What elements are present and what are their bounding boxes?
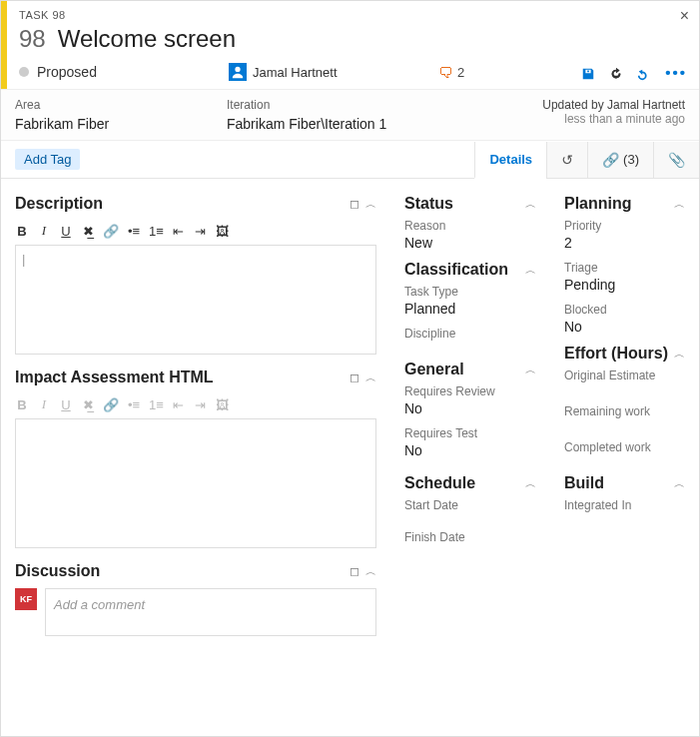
description-toolbar: B I U ✖̲ 🔗 •≡ 1≡ ⇤ ⇥ 🖼 xyxy=(15,217,376,245)
collapse-icon[interactable]: ︿ xyxy=(365,564,376,579)
comment-count: 2 xyxy=(457,65,464,80)
link-tb-icon[interactable]: 🔗 xyxy=(103,224,119,239)
history-icon: ↻ xyxy=(561,152,573,168)
attachment-icon: 📎 xyxy=(668,152,685,168)
assignee-picker[interactable]: Jamal Hartnett xyxy=(229,63,438,81)
impact-editor[interactable] xyxy=(15,418,376,548)
blocked-label: Blocked xyxy=(564,303,685,317)
planning-title: Planning xyxy=(564,195,632,213)
area-value[interactable]: Fabrikam Fiber xyxy=(15,116,227,132)
maximize-icon[interactable]: ◻ xyxy=(350,370,359,385)
tasktype-label: Task Type xyxy=(404,285,536,299)
triage-value[interactable]: Pending xyxy=(564,277,685,293)
collapse-icon[interactable]: ︿ xyxy=(525,197,536,212)
completed-label: Completed work xyxy=(564,440,685,454)
collapse-icon[interactable]: ︿ xyxy=(365,197,376,212)
priority-value[interactable]: 2 xyxy=(564,235,685,251)
schedule-title: Schedule xyxy=(404,474,475,492)
tab-history[interactable]: ↻ xyxy=(546,142,587,178)
reqtest-value[interactable]: No xyxy=(404,442,536,458)
underline-icon[interactable]: U xyxy=(59,397,73,412)
orig-estimate-label: Original Estimate xyxy=(564,368,685,382)
effort-title: Effort (Hours) xyxy=(564,345,668,363)
reqreview-value[interactable]: No xyxy=(404,400,536,416)
updated-when: less than a minute ago xyxy=(485,112,685,126)
updated-by: Updated by Jamal Hartnett xyxy=(485,98,685,112)
tab-details[interactable]: Details xyxy=(474,142,546,179)
italic-icon[interactable]: I xyxy=(37,396,51,412)
italic-icon[interactable]: I xyxy=(37,223,51,239)
iteration-label: Iteration xyxy=(227,98,485,112)
remaining-label: Remaining work xyxy=(564,404,685,418)
work-item-id: 98 xyxy=(19,25,46,53)
priority-label: Priority xyxy=(564,219,685,233)
work-item-type: TASK 98 xyxy=(19,9,687,21)
link-icon: 🔗 xyxy=(602,152,619,168)
finishdate-label: Finish Date xyxy=(404,530,536,544)
classification-title: Classification xyxy=(404,261,508,279)
discussion-title: Discussion xyxy=(15,562,100,580)
maximize-icon[interactable]: ◻ xyxy=(350,197,359,212)
close-icon[interactable]: × xyxy=(680,7,689,25)
status-title: Status xyxy=(404,195,453,213)
discipline-label: Discipline xyxy=(404,327,536,341)
avatar-icon xyxy=(229,63,247,81)
collapse-icon[interactable]: ︿ xyxy=(365,370,376,385)
iteration-value[interactable]: Fabrikam Fiber\Iteration 1 xyxy=(227,116,485,132)
refresh-icon[interactable] xyxy=(609,63,623,80)
image-icon[interactable]: 🖼 xyxy=(216,224,230,239)
collapse-icon[interactable]: ︿ xyxy=(525,476,536,491)
tab-attachments[interactable]: 📎 xyxy=(653,142,699,178)
triage-label: Triage xyxy=(564,261,685,275)
work-item-title[interactable]: Welcome screen xyxy=(58,25,236,53)
add-tag-button[interactable]: Add Tag xyxy=(15,149,80,170)
link-tb-icon[interactable]: 🔗 xyxy=(103,397,119,412)
impact-title: Impact Assessment HTML xyxy=(15,368,214,386)
collapse-icon[interactable]: ︿ xyxy=(674,347,685,362)
bullet-list-icon[interactable]: •≡ xyxy=(127,397,141,412)
assignee-name: Jamal Hartnett xyxy=(253,65,338,80)
clear-format-icon[interactable]: ✖̲ xyxy=(81,397,95,412)
image-icon[interactable]: 🖼 xyxy=(216,397,230,412)
startdate-label: Start Date xyxy=(404,498,536,512)
comments-indicator[interactable]: 🗨 2 xyxy=(438,64,488,81)
number-list-icon[interactable]: 1≡ xyxy=(149,397,164,412)
bold-icon[interactable]: B xyxy=(15,224,29,239)
undo-icon[interactable] xyxy=(637,63,651,80)
clear-format-icon[interactable]: ✖̲ xyxy=(81,224,95,239)
state-picker[interactable]: Proposed xyxy=(19,64,229,80)
collapse-icon[interactable]: ︿ xyxy=(674,197,685,212)
blocked-value[interactable]: No xyxy=(564,319,685,335)
area-label: Area xyxy=(15,98,227,112)
collapse-icon[interactable]: ︿ xyxy=(525,363,536,377)
indent-icon[interactable]: ⇥ xyxy=(194,224,208,239)
maximize-icon[interactable]: ◻ xyxy=(350,564,359,579)
collapse-icon[interactable]: ︿ xyxy=(674,476,685,491)
state-value: Proposed xyxy=(37,64,97,80)
comment-input[interactable]: Add a comment xyxy=(45,588,376,636)
general-title: General xyxy=(404,361,464,378)
underline-icon[interactable]: U xyxy=(59,224,73,239)
more-actions-icon[interactable]: ••• xyxy=(665,64,687,81)
collapse-icon[interactable]: ︿ xyxy=(525,263,536,278)
tab-links[interactable]: 🔗(3) xyxy=(587,142,653,178)
description-editor[interactable]: | xyxy=(15,245,376,355)
links-count: (3) xyxy=(623,152,639,167)
user-avatar: KF xyxy=(15,588,37,610)
build-title: Build xyxy=(564,474,604,492)
indent-icon[interactable]: ⇥ xyxy=(194,397,208,412)
reqreview-label: Requires Review xyxy=(404,384,536,398)
bold-icon[interactable]: B xyxy=(15,397,29,412)
outdent-icon[interactable]: ⇤ xyxy=(172,224,186,239)
outdent-icon[interactable]: ⇤ xyxy=(172,397,186,412)
reqtest-label: Requires Test xyxy=(404,426,536,440)
number-list-icon[interactable]: 1≡ xyxy=(149,224,164,239)
integrated-label: Integrated In xyxy=(564,498,685,512)
state-dot-icon xyxy=(19,67,29,77)
description-title: Description xyxy=(15,195,103,213)
reason-label: Reason xyxy=(404,219,536,233)
tasktype-value[interactable]: Planned xyxy=(404,301,536,317)
save-icon[interactable] xyxy=(581,63,595,80)
reason-value[interactable]: New xyxy=(404,235,536,251)
bullet-list-icon[interactable]: •≡ xyxy=(127,224,141,239)
